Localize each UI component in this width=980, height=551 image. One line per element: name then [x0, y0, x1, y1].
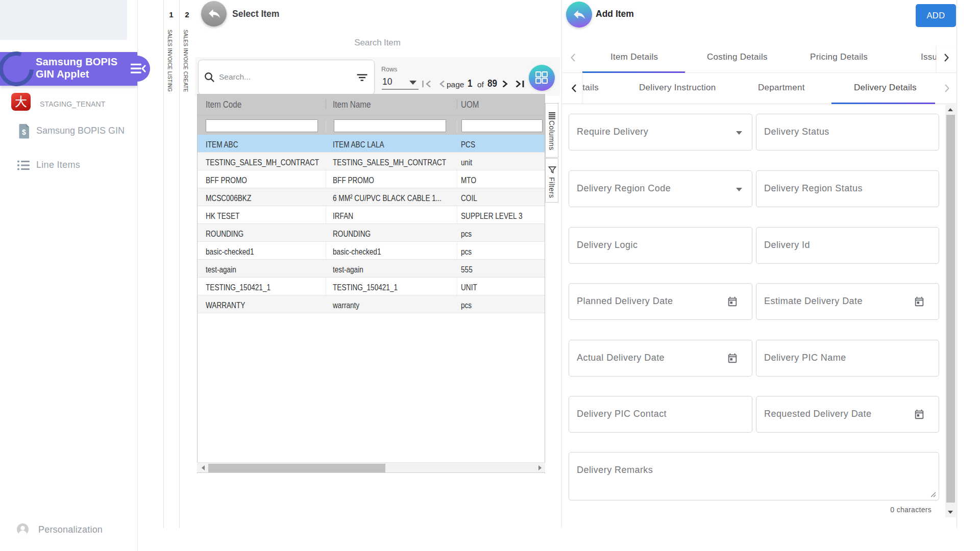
svg-text:大: 大 — [15, 95, 27, 109]
svg-text:$: $ — [22, 128, 26, 136]
